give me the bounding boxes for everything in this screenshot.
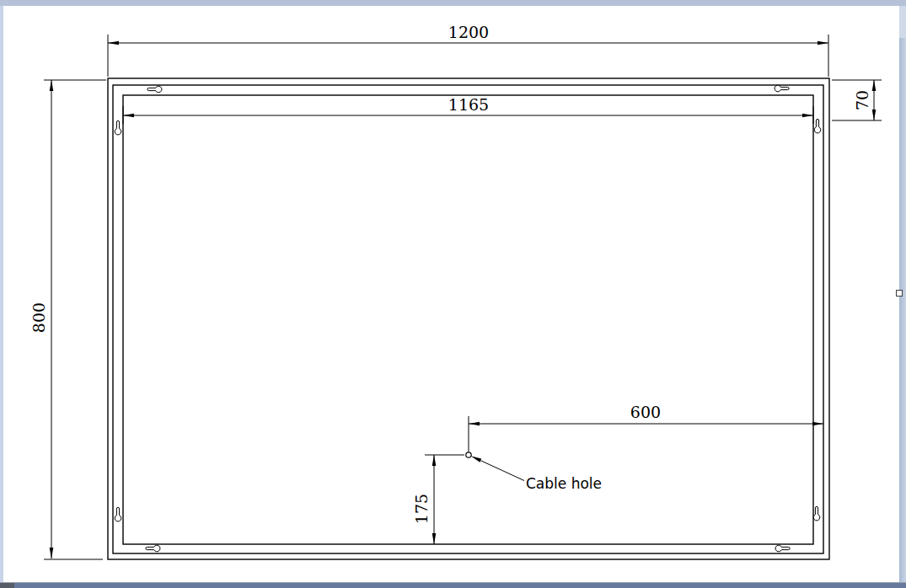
keyhole-slot-right-upper-icon (814, 119, 821, 133)
arrowhead-up-icon (872, 80, 877, 91)
panel-outer-rect (108, 78, 829, 559)
dim-text-overall-height: 800 (29, 302, 48, 333)
panel-middle-rect (113, 85, 823, 553)
dim-text-cable-hole-bottom-offset: 175 (412, 494, 431, 524)
keyhole-slot-bottom-left-icon (146, 545, 160, 552)
keyhole-slot-bottom-right-icon (775, 545, 790, 552)
dimension-cable-hole-bottom-offset: 175 (412, 455, 464, 544)
dimension-mount-slot-spacing: 1165 (123, 95, 813, 124)
arrowhead-left-icon (123, 114, 134, 118)
cad-canvas: 1200 1165 800 70 (0, 0, 906, 588)
window-right-strip-highlight (899, 6, 906, 38)
dimension-cable-hole-right-offset: 600 (469, 403, 823, 452)
window-bottom-bar (0, 582, 906, 588)
arrowhead-up-icon (432, 455, 437, 466)
arrowhead-down-icon (432, 533, 437, 544)
keyhole-slot-top-left-icon (147, 86, 162, 93)
window-left-strip (0, 6, 3, 582)
arrowhead-right-icon (802, 114, 813, 118)
arrowhead-left-icon (108, 41, 119, 45)
dimension-overall-height: 800 (29, 80, 106, 559)
dimension-overall-width: 1200 (108, 23, 828, 77)
arrowhead-right-icon (818, 41, 828, 45)
dim-text-mount-slot-top-offset: 70 (853, 90, 871, 110)
cable-hole-label: Cable hole (526, 475, 602, 492)
leader-arrowhead-icon (471, 456, 482, 462)
cable-hole-callout: Cable hole (466, 452, 602, 492)
technical-drawing: 1200 1165 800 70 (0, 0, 906, 588)
dim-text-overall-width: 1200 (448, 23, 489, 41)
panel-inner-rect (123, 95, 813, 544)
keyhole-slot-right-lower-icon (813, 506, 820, 521)
keyhole-slot-left-upper-icon (115, 120, 121, 135)
arrowhead-right-icon (812, 422, 823, 426)
arrowhead-down-icon (872, 110, 877, 120)
window-top-strip (0, 0, 906, 6)
keyhole-slot-left-lower-icon (115, 507, 121, 521)
dim-text-mount-slot-spacing: 1165 (448, 95, 489, 114)
resize-handle[interactable] (896, 290, 903, 297)
arrowhead-down-icon (50, 548, 54, 559)
keyhole-slot-top-right-icon (775, 85, 789, 92)
dimension-mount-slot-top-offset: 70 (832, 80, 882, 120)
cable-hole-icon (466, 452, 471, 457)
dim-text-cable-hole-right-offset: 600 (630, 403, 661, 421)
arrowhead-left-icon (469, 422, 480, 426)
arrowhead-up-icon (50, 80, 54, 91)
window-bottom-bar-corner (0, 583, 14, 588)
